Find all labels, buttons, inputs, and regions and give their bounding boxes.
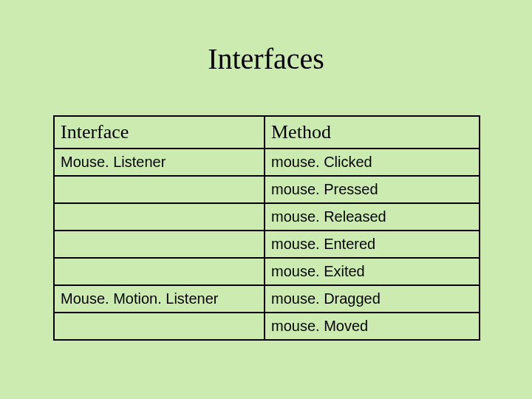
cell-interface xyxy=(54,176,265,203)
interfaces-table: Interface Method Mouse. Listener mouse. … xyxy=(53,115,480,341)
cell-method: mouse. Pressed xyxy=(265,176,480,203)
cell-method: mouse. Moved xyxy=(265,313,480,340)
cell-method: mouse. Clicked xyxy=(265,149,480,176)
table-row: Mouse. Listener mouse. Clicked xyxy=(54,149,480,176)
table-header-row: Interface Method xyxy=(54,116,480,149)
table-row: mouse. Exited xyxy=(54,258,480,285)
cell-interface xyxy=(54,313,265,340)
col-header-method: Method xyxy=(265,116,480,149)
cell-interface: Mouse. Listener xyxy=(54,149,265,176)
slide-title: Interfaces xyxy=(0,41,532,76)
cell-method: mouse. Entered xyxy=(265,231,480,258)
table-row: mouse. Pressed xyxy=(54,176,480,203)
cell-interface: Mouse. Motion. Listener xyxy=(54,285,265,313)
slide: Interfaces Interface Method Mouse. Liste… xyxy=(0,0,532,399)
table-row: mouse. Moved xyxy=(54,313,480,340)
cell-interface xyxy=(54,258,265,285)
cell-method: mouse. Released xyxy=(265,203,480,231)
col-header-interface: Interface xyxy=(54,116,265,149)
table-row: mouse. Entered xyxy=(54,231,480,258)
table-row: Mouse. Motion. Listener mouse. Dragged xyxy=(54,285,480,313)
cell-method: mouse. Exited xyxy=(265,258,480,285)
cell-method: mouse. Dragged xyxy=(265,285,480,313)
table-row: mouse. Released xyxy=(54,203,480,231)
cell-interface xyxy=(54,203,265,231)
cell-interface xyxy=(54,231,265,258)
